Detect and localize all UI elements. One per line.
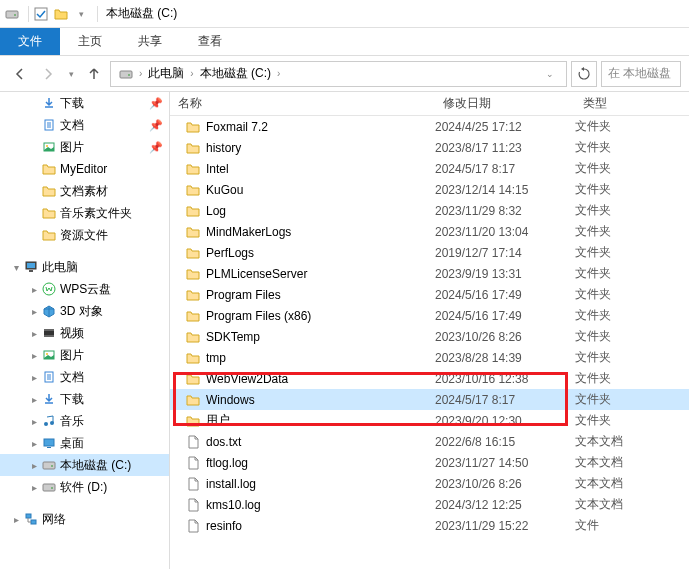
- sidebar-item[interactable]: ▸文档: [0, 366, 169, 388]
- sidebar-item[interactable]: 文档📌: [0, 114, 169, 136]
- chevron-right-icon[interactable]: ›: [190, 68, 193, 79]
- dropdown-icon[interactable]: ▾: [73, 6, 89, 22]
- sidebar-item[interactable]: 音乐素文件夹: [0, 202, 169, 224]
- chevron-icon[interactable]: ▾: [10, 262, 22, 273]
- folder-icon: [184, 204, 202, 218]
- wps-icon: [40, 282, 58, 296]
- file-row[interactable]: WebView2Data2023/10/16 12:38文件夹: [170, 368, 689, 389]
- file-row[interactable]: Program Files (x86)2024/5/16 17:49文件夹: [170, 305, 689, 326]
- chevron-right-icon[interactable]: ›: [277, 68, 280, 79]
- sidebar-item[interactable]: ▸WPS云盘: [0, 278, 169, 300]
- nav-forward-button[interactable]: [36, 62, 60, 86]
- sidebar-item-label: 文档素材: [60, 183, 108, 200]
- file-name: KuGou: [206, 183, 243, 197]
- file-name: tmp: [206, 351, 226, 365]
- chevron-icon[interactable]: ▸: [28, 482, 40, 493]
- sidebar-item[interactable]: ▸音乐: [0, 410, 169, 432]
- nav-back-button[interactable]: [8, 62, 32, 86]
- svg-point-23: [51, 465, 53, 467]
- file-row[interactable]: Intel2024/5/17 8:17文件夹: [170, 158, 689, 179]
- folder-icon: [40, 184, 58, 198]
- file-row[interactable]: Log2023/11/29 8:32文件夹: [170, 200, 689, 221]
- search-input[interactable]: 在 本地磁盘: [601, 61, 681, 87]
- sidebar-item[interactable]: ▸桌面: [0, 432, 169, 454]
- chevron-icon[interactable]: ▸: [10, 514, 22, 525]
- breadcrumb-dropdown[interactable]: ⌄: [538, 62, 562, 86]
- chevron-icon[interactable]: ▸: [28, 438, 40, 449]
- file-row[interactable]: tmp2023/8/28 14:39文件夹: [170, 347, 689, 368]
- chevron-icon[interactable]: ▸: [28, 460, 40, 471]
- chevron-icon[interactable]: ▸: [28, 328, 40, 339]
- column-type[interactable]: 类型: [575, 95, 689, 112]
- file-type: 文件夹: [575, 412, 689, 429]
- svg-point-18: [44, 422, 48, 426]
- tab-view[interactable]: 查看: [180, 28, 240, 55]
- chevron-icon[interactable]: ▸: [28, 350, 40, 361]
- tab-home[interactable]: 主页: [60, 28, 120, 55]
- sidebar-item[interactable]: ▸软件 (D:): [0, 476, 169, 498]
- svg-rect-26: [26, 514, 31, 518]
- file-list[interactable]: Foxmail 7.22024/4/25 17:12文件夹history2023…: [170, 116, 689, 569]
- column-name[interactable]: 名称: [170, 95, 435, 112]
- file-row[interactable]: Foxmail 7.22024/4/25 17:12文件夹: [170, 116, 689, 137]
- file-row[interactable]: PLMLicenseServer2023/9/19 13:31文件夹: [170, 263, 689, 284]
- file-row[interactable]: kms10.log2024/3/12 12:25文本文档: [170, 494, 689, 515]
- file-row[interactable]: SDKTemp2023/10/26 8:26文件夹: [170, 326, 689, 347]
- chevron-icon[interactable]: ▸: [28, 394, 40, 405]
- file-date: 2024/5/16 17:49: [435, 309, 575, 323]
- file-row[interactable]: 用户2023/9/20 12:30文件夹: [170, 410, 689, 431]
- nav-recent-dropdown[interactable]: ▾: [64, 62, 78, 86]
- file-name: PLMLicenseServer: [206, 267, 307, 281]
- sidebar-item[interactable]: 下载📌: [0, 92, 169, 114]
- svg-point-16: [46, 353, 48, 355]
- file-row[interactable]: Windows2024/5/17 8:17文件夹: [170, 389, 689, 410]
- tab-share[interactable]: 共享: [120, 28, 180, 55]
- chevron-icon[interactable]: ▸: [28, 284, 40, 295]
- sidebar-item[interactable]: 文档素材: [0, 180, 169, 202]
- file-row[interactable]: resinfo2023/11/29 15:22文件: [170, 515, 689, 536]
- file-row[interactable]: ftlog.log2023/11/27 14:50文本文档: [170, 452, 689, 473]
- breadcrumb[interactable]: › 此电脑 › 本地磁盘 (C:) › ⌄: [110, 61, 567, 87]
- sidebar-item[interactable]: ▸本地磁盘 (C:): [0, 454, 169, 476]
- chevron-icon[interactable]: ▸: [28, 306, 40, 317]
- breadcrumb-root[interactable]: 此电脑: [144, 65, 188, 82]
- nav-up-button[interactable]: [82, 62, 106, 86]
- sidebar-item[interactable]: MyEditor: [0, 158, 169, 180]
- folder-icon: [184, 372, 202, 386]
- sidebar-item[interactable]: ▸视频: [0, 322, 169, 344]
- sidebar-item[interactable]: 资源文件: [0, 224, 169, 246]
- checkbox-icon[interactable]: [33, 6, 49, 22]
- sidebar[interactable]: 下载📌文档📌图片📌MyEditor文档素材音乐素文件夹资源文件▾此电脑▸WPS云…: [0, 92, 170, 569]
- file-row[interactable]: install.log2023/10/26 8:26文本文档: [170, 473, 689, 494]
- sidebar-item[interactable]: 图片📌: [0, 136, 169, 158]
- file-row[interactable]: history2023/8/17 11:23文件夹: [170, 137, 689, 158]
- sidebar-item[interactable]: ▸图片: [0, 344, 169, 366]
- sidebar-item-label: 3D 对象: [60, 303, 103, 320]
- column-date[interactable]: 修改日期: [435, 95, 575, 112]
- sidebar-item[interactable]: ▾此电脑: [0, 256, 169, 278]
- file-name: SDKTemp: [206, 330, 260, 344]
- sidebar-item[interactable]: ▸下载: [0, 388, 169, 410]
- sidebar-item-label: 下载: [60, 95, 84, 112]
- chevron-icon[interactable]: ▸: [28, 416, 40, 427]
- refresh-button[interactable]: [571, 61, 597, 87]
- file-row[interactable]: KuGou2023/12/14 14:15文件夹: [170, 179, 689, 200]
- file-name: Windows: [206, 393, 255, 407]
- file-row[interactable]: PerfLogs2019/12/7 17:14文件夹: [170, 242, 689, 263]
- file-date: 2023/11/27 14:50: [435, 456, 575, 470]
- tab-file[interactable]: 文件: [0, 28, 60, 55]
- file-row[interactable]: Program Files2024/5/16 17:49文件夹: [170, 284, 689, 305]
- file-type: 文件夹: [575, 244, 689, 261]
- file-row[interactable]: MindMakerLogs2023/11/20 13:04文件夹: [170, 221, 689, 242]
- svg-rect-9: [27, 263, 35, 268]
- ribbon: 文件 主页 共享 查看: [0, 28, 689, 56]
- file-name: Program Files (x86): [206, 309, 311, 323]
- sidebar-item[interactable]: ▸3D 对象: [0, 300, 169, 322]
- sidebar-item[interactable]: ▸网络: [0, 508, 169, 530]
- file-type: 文件夹: [575, 223, 689, 240]
- breadcrumb-current[interactable]: 本地磁盘 (C:): [196, 65, 275, 82]
- file-row[interactable]: dos.txt2022/6/8 16:15文本文档: [170, 431, 689, 452]
- chevron-icon[interactable]: ▸: [28, 372, 40, 383]
- chevron-right-icon[interactable]: ›: [139, 68, 142, 79]
- folder-icon: [184, 414, 202, 428]
